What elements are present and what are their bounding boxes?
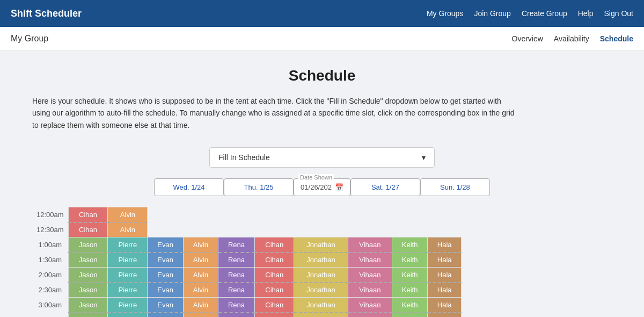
nav-my-groups[interactable]: My Groups bbox=[427, 9, 463, 18]
schedule-cell[interactable]: Cihan bbox=[255, 298, 294, 313]
schedule-cell[interactable]: Alvin bbox=[108, 222, 148, 237]
schedule-cell[interactable]: Jason bbox=[68, 253, 108, 268]
fill-schedule-dropdown[interactable]: Fill In Schedule ▾ bbox=[209, 147, 435, 168]
schedule-cell[interactable]: Vihaan bbox=[348, 283, 392, 298]
schedule-cell[interactable]: Cihan bbox=[255, 237, 294, 253]
schedule-cell[interactable]: Jason bbox=[68, 298, 108, 313]
schedule-cell[interactable]: Vihaan bbox=[348, 268, 392, 283]
nav-join-group[interactable]: Join Group bbox=[474, 9, 510, 18]
schedule-cell[interactable]: Hala bbox=[428, 237, 462, 253]
schedule-cell[interactable]: Vihaan bbox=[348, 253, 392, 268]
dropdown-label: Fill In Schedule bbox=[218, 153, 270, 162]
nav-help[interactable]: Help bbox=[578, 9, 594, 18]
schedule-cell[interactable]: Vihaan bbox=[348, 237, 392, 253]
date-btn-thu[interactable]: Thu. 1/25 bbox=[224, 178, 294, 196]
schedule-cell[interactable]: Jonathan bbox=[294, 313, 348, 317]
table-row: 12:00amCihanAlvin bbox=[32, 207, 462, 222]
schedule-cell[interactable]: Alvin bbox=[184, 298, 218, 313]
schedule-cell[interactable]: Hala bbox=[428, 283, 462, 298]
schedule-cell[interactable]: Keith bbox=[392, 283, 428, 298]
schedule-cell[interactable]: Hala bbox=[428, 313, 462, 317]
app-brand: Shift Scheduler bbox=[11, 8, 427, 19]
schedule-cell[interactable]: Cihan bbox=[68, 207, 108, 222]
schedule-cell[interactable]: Keith bbox=[392, 237, 428, 253]
schedule-cell[interactable]: Evan bbox=[148, 237, 184, 253]
schedule-cell[interactable]: Alvin bbox=[184, 313, 218, 317]
time-cell: 12:30am bbox=[32, 222, 68, 237]
subnav-availability[interactable]: Availability bbox=[554, 34, 589, 43]
schedule-cell[interactable]: Jason bbox=[68, 283, 108, 298]
schedule-cell[interactable]: Pierre bbox=[108, 253, 148, 268]
schedule-cell[interactable]: Pierre bbox=[108, 313, 148, 317]
schedule-cell[interactable]: Evan bbox=[148, 313, 184, 317]
schedule-cell[interactable]: Cihan bbox=[255, 283, 294, 298]
schedule-cell[interactable]: Evan bbox=[148, 298, 184, 313]
schedule-cell[interactable]: Rena bbox=[218, 283, 255, 298]
schedule-cell[interactable]: Rena bbox=[218, 268, 255, 283]
date-btn-sat[interactable]: Sat. 1/27 bbox=[350, 178, 420, 196]
schedule-cell[interactable]: Jonathan bbox=[294, 268, 348, 283]
time-cell: 3:00am bbox=[32, 298, 68, 313]
schedule-cell[interactable]: Pierre bbox=[108, 298, 148, 313]
schedule-cell[interactable]: Cihan bbox=[68, 222, 108, 237]
date-btn-sun[interactable]: Sun. 1/28 bbox=[420, 178, 490, 196]
schedule-cell[interactable]: Rena bbox=[218, 253, 255, 268]
schedule-cell[interactable]: Alvin bbox=[184, 283, 218, 298]
schedule-cell[interactable]: Keith bbox=[392, 253, 428, 268]
time-cell: 12:00am bbox=[32, 207, 68, 222]
time-cell: 1:00am bbox=[32, 237, 68, 253]
table-row: 3:00amJasonPierreEvanAlvinRenaCihanJonat… bbox=[32, 298, 462, 313]
time-cell: 2:30am bbox=[32, 283, 68, 298]
schedule-cell[interactable]: Cihan bbox=[255, 253, 294, 268]
schedule-cell[interactable]: Jonathan bbox=[294, 283, 348, 298]
subnav-links: Overview Availability Schedule bbox=[512, 34, 634, 43]
subnav-schedule[interactable]: Schedule bbox=[600, 34, 633, 43]
schedule-cell[interactable]: Keith bbox=[392, 313, 428, 317]
schedule-cell[interactable]: Pierre bbox=[108, 237, 148, 253]
schedule-cell[interactable]: Vihaan bbox=[348, 313, 392, 317]
table-row: 1:00amJasonPierreEvanAlvinRenaCihanJonat… bbox=[32, 237, 462, 253]
subnav: My Group Overview Availability Schedule bbox=[0, 27, 644, 51]
schedule-cell[interactable]: Alvin bbox=[184, 253, 218, 268]
schedule-cell[interactable]: Jason bbox=[68, 268, 108, 283]
schedule-cell[interactable]: Pierre bbox=[108, 268, 148, 283]
schedule-cell[interactable]: Jonathan bbox=[294, 237, 348, 253]
schedule-cell[interactable]: Alvin bbox=[184, 237, 218, 253]
schedule-cell[interactable]: Hala bbox=[428, 268, 462, 283]
nav-create-group[interactable]: Create Group bbox=[522, 9, 567, 18]
schedule-cell[interactable]: Jonathan bbox=[294, 298, 348, 313]
schedule-cell[interactable]: Cihan bbox=[255, 313, 294, 317]
schedule-cell[interactable]: Jason bbox=[68, 313, 108, 317]
schedule-cell[interactable]: Hala bbox=[428, 253, 462, 268]
schedule-cell[interactable]: Keith bbox=[392, 268, 428, 283]
schedule-cell[interactable]: Cihan bbox=[255, 268, 294, 283]
main-content: Schedule Here is your schedule. It shows… bbox=[0, 51, 644, 317]
schedule-cell[interactable]: Evan bbox=[148, 253, 184, 268]
schedule-cell[interactable]: Alvin bbox=[184, 268, 218, 283]
schedule-cell[interactable]: Alvin bbox=[108, 207, 148, 222]
table-row: 2:00amJasonPierreEvanAlvinRenaCihanJonat… bbox=[32, 268, 462, 283]
nav-sign-out[interactable]: Sign Out bbox=[604, 9, 633, 18]
calendar-icon[interactable]: 📅 bbox=[335, 183, 343, 191]
page-title: Schedule bbox=[32, 67, 612, 84]
schedule-cell[interactable]: Pierre bbox=[108, 283, 148, 298]
date-value: 01/26/202 bbox=[301, 183, 332, 191]
schedule-cell[interactable]: Evan bbox=[148, 268, 184, 283]
schedule-cell[interactable]: Rena bbox=[218, 298, 255, 313]
schedule-cell[interactable]: Vihaan bbox=[348, 298, 392, 313]
schedule-cell[interactable]: Jason bbox=[68, 237, 108, 253]
time-cell: 1:30am bbox=[32, 253, 68, 268]
schedule-cell[interactable]: Evan bbox=[148, 283, 184, 298]
schedule-cell[interactable]: Jonathan bbox=[294, 253, 348, 268]
schedule-cell[interactable]: Keith bbox=[392, 298, 428, 313]
schedule-cell[interactable]: Rena bbox=[218, 237, 255, 253]
schedule-cell[interactable]: Rena bbox=[218, 313, 255, 317]
schedule-cell[interactable]: Hala bbox=[428, 298, 462, 313]
date-input-wrapper: Date Shown 01/26/202 📅 bbox=[294, 178, 350, 196]
schedule-wrapper: 12:00amCihanAlvin12:30amCihanAlvin1:00am… bbox=[32, 207, 612, 317]
date-btn-wed[interactable]: Wed. 1/24 bbox=[154, 178, 224, 196]
page-description: Here is your schedule. It shows who is s… bbox=[32, 95, 515, 131]
subnav-overview[interactable]: Overview bbox=[512, 34, 543, 43]
navbar-links: My Groups Join Group Create Group Help S… bbox=[427, 9, 633, 18]
date-shown-label: Date Shown bbox=[298, 174, 334, 181]
